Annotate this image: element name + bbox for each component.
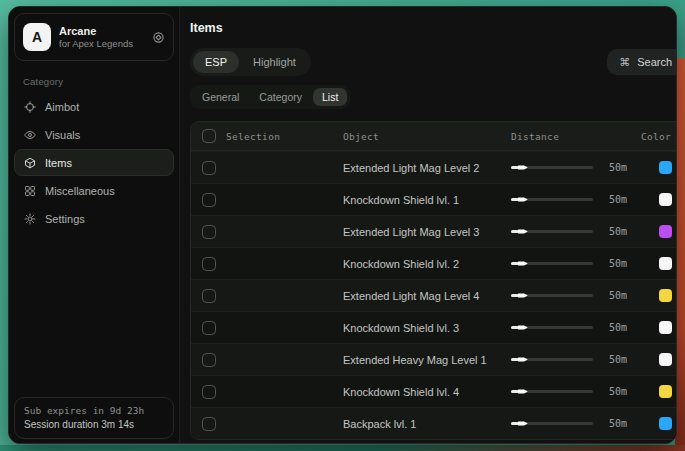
table-header: Selection Object Distance Color [191, 122, 677, 151]
sidebar: A Arcane for Apex Legends Category Aimbo… [9, 7, 179, 443]
sidebar-item-label: Items [45, 157, 72, 169]
row-checkbox[interactable] [202, 289, 216, 303]
sidebar-item-miscellaneous[interactable]: Miscellaneous [14, 177, 174, 204]
session-duration-text: Session duration 3m 14s [24, 419, 164, 430]
table-row[interactable]: Knockdown Shield lvl. 350m [191, 311, 677, 343]
distance-value: 50m [601, 322, 627, 333]
object-label: Knockdown Shield lvl. 3 [343, 322, 511, 334]
object-label: Knockdown Shield lvl. 1 [343, 194, 511, 206]
row-checkbox[interactable] [202, 225, 216, 239]
color-swatch[interactable] [659, 289, 672, 302]
color-swatch[interactable] [659, 321, 672, 334]
distance-slider[interactable] [511, 294, 593, 297]
column-header-distance: Distance [511, 131, 641, 142]
sidebar-item-settings[interactable]: Settings [14, 205, 174, 232]
distance-value: 50m [601, 418, 627, 429]
sidebar-item-items[interactable]: Items [14, 149, 174, 176]
search-button[interactable]: ⌘ Search [607, 49, 677, 75]
session-card: Sub expires in 9d 23h Session duration 3… [14, 397, 174, 439]
object-label: Knockdown Shield lvl. 2 [343, 258, 511, 270]
mode-row: ESPHighlight ⌘ Search [190, 48, 677, 76]
sidebar-section-label: Category [23, 76, 174, 87]
object-label: Extended Heavy Mag Level 1 [343, 354, 511, 366]
row-checkbox[interactable] [202, 193, 216, 207]
distance-slider[interactable] [511, 166, 593, 169]
table-row[interactable]: Extended Light Mag Level 250m [191, 151, 677, 183]
sidebar-item-label: Miscellaneous [45, 185, 115, 197]
column-header-selection: Selection [226, 131, 280, 142]
tab-esp[interactable]: ESP [193, 51, 239, 73]
sidebar-item-label: Aimbot [45, 101, 79, 113]
mode-tab-group: ESPHighlight [190, 48, 311, 76]
column-header-object: Object [343, 131, 511, 142]
color-swatch[interactable] [659, 225, 672, 238]
row-checkbox[interactable] [202, 161, 216, 175]
row-checkbox[interactable] [202, 257, 216, 271]
sidebar-item-label: Visuals [45, 129, 80, 141]
tab-highlight[interactable]: Highlight [241, 51, 308, 73]
main-panel: Items ESPHighlight ⌘ Search GeneralCateg… [179, 7, 677, 443]
view-tab-group: GeneralCategoryList [190, 85, 350, 109]
table-row[interactable]: Extended Heavy Mag Level 150m [191, 343, 677, 375]
table-row[interactable]: Knockdown Shield lvl. 150m [191, 183, 677, 215]
sidebar-item-label: Settings [45, 213, 85, 225]
color-swatch[interactable] [659, 385, 672, 398]
app-window: A Arcane for Apex Legends Category Aimbo… [8, 6, 677, 444]
distance-slider[interactable] [511, 198, 593, 201]
distance-value: 50m [601, 354, 627, 365]
app-logo: A [23, 23, 51, 51]
row-checkbox[interactable] [202, 353, 216, 367]
color-swatch[interactable] [659, 257, 672, 270]
distance-value: 50m [601, 386, 627, 397]
table-row[interactable]: Knockdown Shield lvl. 250m [191, 247, 677, 279]
brand-text: Arcane for Apex Legends [59, 25, 133, 50]
tab-general[interactable]: General [193, 88, 248, 106]
sidebar-nav: AimbotVisualsItemsMiscellaneousSettings [14, 93, 174, 232]
object-label: Extended Light Mag Level 4 [343, 290, 511, 302]
command-icon: ⌘ [619, 57, 630, 68]
page-title: Items [190, 21, 677, 35]
color-swatch[interactable] [659, 161, 672, 174]
brand-card: A Arcane for Apex Legends [14, 13, 174, 61]
gear-icon [24, 213, 36, 225]
object-label: Extended Light Mag Level 3 [343, 226, 511, 238]
crosshair-icon [24, 101, 36, 113]
table-row[interactable]: Extended Light Mag Level 450m [191, 279, 677, 311]
row-checkbox[interactable] [202, 417, 216, 431]
row-checkbox[interactable] [202, 385, 216, 399]
distance-value: 50m [601, 162, 627, 173]
distance-slider[interactable] [511, 326, 593, 329]
distance-value: 50m [601, 258, 627, 269]
object-label: Knockdown Shield lvl. 4 [343, 386, 511, 398]
color-swatch[interactable] [659, 417, 672, 430]
select-all-checkbox[interactable] [202, 129, 216, 143]
distance-slider[interactable] [511, 422, 593, 425]
table-body: Extended Light Mag Level 250mKnockdown S… [191, 151, 677, 439]
eye-icon [24, 129, 36, 141]
color-swatch[interactable] [659, 353, 672, 366]
table-row[interactable]: Backpack lvl. 150m [191, 407, 677, 439]
brand-name: Arcane [59, 25, 133, 38]
distance-value: 50m [601, 194, 627, 205]
sidebar-item-visuals[interactable]: Visuals [14, 121, 174, 148]
sidebar-item-aimbot[interactable]: Aimbot [14, 93, 174, 120]
grid-icon [24, 185, 36, 197]
distance-value: 50m [601, 226, 627, 237]
column-header-color: Color [641, 131, 677, 142]
tab-list[interactable]: List [313, 88, 347, 106]
cube-icon [24, 157, 36, 169]
table-row[interactable]: Extended Light Mag Level 350m [191, 215, 677, 247]
object-label: Backpack lvl. 1 [343, 418, 511, 430]
row-checkbox[interactable] [202, 321, 216, 335]
shield-diamond-icon[interactable] [152, 31, 165, 44]
distance-slider[interactable] [511, 358, 593, 361]
subscription-expiry-text: Sub expires in 9d 23h [24, 405, 164, 416]
distance-slider[interactable] [511, 390, 593, 393]
distance-slider[interactable] [511, 262, 593, 265]
color-swatch[interactable] [659, 193, 672, 206]
tab-category[interactable]: Category [250, 88, 311, 106]
brand-subtitle: for Apex Legends [59, 38, 133, 50]
table-row[interactable]: Knockdown Shield lvl. 450m [191, 375, 677, 407]
items-table: Selection Object Distance Color Extended… [190, 121, 677, 440]
distance-slider[interactable] [511, 230, 593, 233]
